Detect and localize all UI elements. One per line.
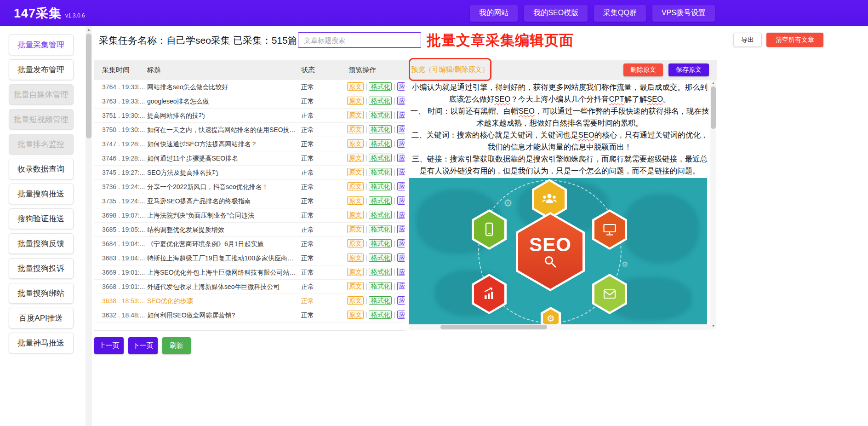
row-action-1[interactable]: 格式化 [369, 239, 392, 248]
row-action-0[interactable]: 原文 [347, 239, 364, 248]
refresh-button[interactable]: 刷新 [162, 337, 191, 354]
row-action-1[interactable]: 格式化 [369, 168, 392, 176]
sidebar-item-10[interactable]: 批量搜狗绑站 [9, 283, 74, 304]
table-row[interactable]: 3683 . 19:04:...特斯拉上海超级工厂19日复工推动100多家供应商… [94, 251, 405, 265]
row-action-0[interactable]: 原文 [347, 125, 364, 133]
row-action-2[interactable]: 应用 [397, 97, 405, 105]
row-action-0[interactable]: 原文 [347, 182, 364, 190]
row-title[interactable]: 如何通过11个步骤提高SEO排名 [147, 155, 238, 163]
row-action-2[interactable]: 应用 [397, 282, 405, 290]
row-action-0[interactable]: 原文 [347, 268, 364, 276]
row-title[interactable]: SEO方法及提高排名技巧 [147, 169, 219, 177]
row-action-0[interactable]: 原文 [347, 111, 364, 119]
row-action-2[interactable]: 应用 [397, 139, 405, 148]
row-title[interactable]: 网站排名seo怎么做会比较好 [147, 83, 228, 92]
table-row[interactable]: 3669 . 19:01:...上海SEO优化外包上海牛巨微网络科技有限公司站群… [94, 265, 405, 280]
preview-pane[interactable]: 小编认为就是通过引擎，得到好的，获得更多网站度我们称作流量，最后成成交。那么到底… [409, 81, 710, 324]
table-row[interactable]: 3735 . 19:24:...亚马逊SEO提高产品排名的终极指南正常原文 | … [94, 194, 405, 208]
row-action-1[interactable]: 格式化 [369, 82, 392, 91]
table-row[interactable]: 3632 . 18:48:...如何利用SEO做全网霸屏营销?正常原文 | 格式… [94, 308, 405, 322]
table-row[interactable]: 3750 . 19:30:...如何在一天之内，快速提高网站排名的使用SEO技巧… [94, 123, 405, 137]
row-action-2[interactable]: 应用 [397, 182, 405, 190]
scrollbar-thumb[interactable] [440, 325, 547, 329]
row-action-1[interactable]: 格式化 [369, 196, 392, 205]
preview-paragraph[interactable]: 一、 时间：以前还有黑帽、白帽SEO，可以通过一些作弊的手段快速的获得排名，现在… [409, 105, 710, 129]
sidebar-item-5[interactable]: 收录数据查询 [9, 159, 74, 179]
row-title[interactable]: 上海SEO优化外包上海牛巨微网络科技有限公司站群... [147, 269, 297, 277]
sidebar-item-9[interactable]: 批量搜狗投诉 [9, 258, 74, 279]
row-action-2[interactable]: 应用 [397, 253, 405, 262]
row-action-1[interactable]: 格式化 [369, 125, 392, 133]
table-row[interactable]: 3763 . 19:33:...googleseo排名怎么做正常原文 | 格式化… [94, 94, 405, 109]
search-input[interactable] [298, 32, 421, 48]
row-title[interactable]: 如何利用SEO做全网霸屏营销? [147, 311, 235, 320]
save-original-button[interactable]: 保存原文 [668, 63, 709, 76]
row-action-1[interactable]: 格式化 [369, 268, 392, 276]
sidebar-item-12[interactable]: 批量神马推送 [9, 333, 74, 353]
table-row[interactable]: 3698 . 19:07:...上海法院判决“负面压制业务”合同违法正常原文 |… [94, 208, 405, 223]
row-action-2[interactable]: 应用 [397, 111, 405, 119]
scroll-up-icon[interactable]: ▲ [710, 81, 716, 86]
row-action-1[interactable]: 格式化 [369, 311, 392, 319]
row-title[interactable]: 《宁夏优化营商环境条例》6月1日起实施 [147, 240, 264, 248]
clear-all-articles-button[interactable]: 清空所有文章 [766, 33, 823, 47]
sidebar-item-8[interactable]: 批量搜狗反馈 [9, 233, 74, 254]
row-action-2[interactable]: 应用 [397, 225, 405, 233]
sidebar-item-7[interactable]: 搜狗验证推送 [9, 208, 74, 229]
delete-original-button[interactable]: 删除原文 [623, 63, 663, 76]
row-action-0[interactable]: 原文 [347, 97, 364, 105]
row-action-2[interactable]: 应用 [397, 154, 405, 162]
row-action-2[interactable]: 应用 [397, 196, 405, 205]
preview-paragraph[interactable]: 三、链接：搜索引擎获取数据靠的是搜索引擎蜘蛛爬行，而爬行就需要超级链接，最近总是… [409, 153, 710, 177]
row-title[interactable]: 分享一个2022新风口，抖音seo优化排名！ [147, 183, 268, 191]
row-action-1[interactable]: 格式化 [369, 97, 392, 105]
preview-horizontal-scrollbar[interactable] [409, 324, 710, 330]
preview-vertical-scrollbar[interactable]: ▲ ▼ [710, 80, 716, 329]
row-action-2[interactable]: 应用 [397, 125, 405, 133]
table-row[interactable]: 3764 . 19:33:...网站排名seo怎么做会比较好正常原文 | 格式化… [94, 80, 405, 94]
row-action-0[interactable]: 原文 [347, 154, 364, 162]
row-title[interactable]: 亚马逊SEO提高产品排名的终极指南 [147, 197, 251, 206]
table-row[interactable]: 3638 . 18:53:...SEO优化的步骤正常原文 | 格式化 | 应用 [94, 294, 405, 308]
sidebar-item-0[interactable]: 批量采集管理 [9, 35, 74, 55]
nav-item-2[interactable]: 采集QQ群 [594, 5, 646, 22]
row-action-1[interactable]: 格式化 [369, 282, 392, 290]
table-row[interactable]: 3745 . 19:27:...SEO方法及提高排名技巧正常原文 | 格式化 |… [94, 166, 405, 180]
row-action-0[interactable]: 原文 [347, 82, 364, 91]
row-action-0[interactable]: 原文 [347, 296, 364, 305]
row-action-1[interactable]: 格式化 [369, 225, 392, 233]
row-title[interactable]: 特斯拉上海超级工厂19日复工推动100多家供应商协... [147, 254, 297, 263]
row-title[interactable]: 如何在一天之内，快速提高网站排名的使用SEO技巧... [147, 126, 297, 134]
scrollbar-thumb[interactable] [86, 34, 91, 138]
table-row[interactable]: 3736 . 19:24:...分享一个2022新风口，抖音seo优化排名！正常… [94, 180, 405, 194]
table-row[interactable]: 3668 . 19:01:...外链代发包收录上海新媒体seo牛巨微科技公司正常… [94, 280, 405, 294]
row-action-0[interactable]: 原文 [347, 139, 364, 148]
nav-item-0[interactable]: 我的网站 [470, 5, 518, 22]
table-row[interactable]: 3746 . 19:28:...如何通过11个步骤提高SEO排名正常原文 | 格… [94, 151, 405, 166]
article-editor[interactable]: 小编认为就是通过引擎，得到好的，获得更多网站度我们称作流量，最后成成交。那么到底… [409, 81, 710, 177]
row-action-1[interactable]: 格式化 [369, 139, 392, 148]
row-title[interactable]: googleseo排名怎么做 [147, 98, 209, 106]
row-action-0[interactable]: 原文 [347, 211, 364, 219]
row-action-0[interactable]: 原文 [347, 253, 364, 262]
row-title[interactable]: 上海法院判决“负面压制业务”合同违法 [147, 212, 254, 220]
row-action-0[interactable]: 原文 [347, 311, 364, 319]
row-action-1[interactable]: 格式化 [369, 154, 392, 162]
row-title[interactable]: 提高网站排名的技巧 [147, 112, 205, 120]
row-action-1[interactable]: 格式化 [369, 253, 392, 262]
table-vertical-scrollbar[interactable]: ▲ [86, 26, 92, 426]
row-title[interactable]: 如何快速通过SEO方法提高网站排名？ [147, 140, 257, 149]
row-action-2[interactable]: 应用 [397, 168, 405, 176]
sidebar-item-6[interactable]: 批量搜狗推送 [9, 184, 74, 204]
row-title[interactable]: 结构调整优化发展提质增效 [147, 226, 224, 234]
row-title[interactable]: SEO优化的步骤 [147, 297, 193, 305]
table-row[interactable]: 3684 . 19:04:...《宁夏优化营商环境条例》6月1日起实施正常原文 … [94, 237, 405, 251]
row-action-0[interactable]: 原文 [347, 282, 364, 290]
scroll-up-icon[interactable]: ▲ [86, 27, 92, 33]
preview-paragraph[interactable]: 小编认为就是通过引擎，得到好的，获得更多网站度我们称作流量，最后成成交。那么到底… [409, 81, 710, 105]
preview-paragraph[interactable]: 二、关键词：搜索的核心就是关键词，关键词也是SEO的核心，只有通过关键词的优化，… [409, 129, 710, 153]
row-action-2[interactable]: 应用 [397, 239, 405, 248]
nav-item-1[interactable]: 我的SEO模版 [524, 5, 588, 22]
row-action-1[interactable]: 格式化 [369, 296, 392, 305]
row-action-1[interactable]: 格式化 [369, 111, 392, 119]
